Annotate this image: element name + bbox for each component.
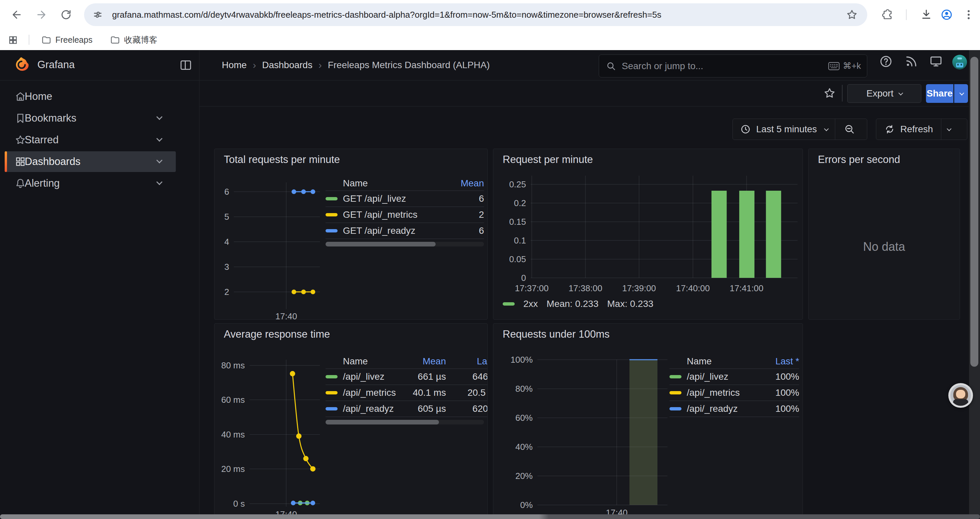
series-color-pill (670, 391, 681, 394)
sidebar-item-bookmarks[interactable]: Bookmarks (5, 108, 176, 129)
chevron-down-icon (947, 126, 951, 131)
plot-area[interactable] (538, 360, 667, 505)
series-name[interactable]: 2xx (523, 299, 538, 309)
y-axis-tick: 0.15 (493, 217, 526, 227)
y-axis-tick: 20 ms (215, 464, 245, 474)
plot-area[interactable] (234, 182, 320, 309)
chart-svg (538, 360, 667, 505)
legend-header-last[interactable]: Last * (457, 356, 488, 367)
export-button[interactable]: Export (847, 84, 921, 103)
legend-row[interactable]: /api/_livez 661 µs 646 µs (326, 369, 488, 385)
toolbar-sep (842, 85, 843, 102)
folder-icon (41, 35, 51, 45)
bookmark-label: Freeleaps (56, 35, 92, 45)
sidebar-item-label: Dashboards (25, 156, 80, 168)
chart-requests-under-100ms: 100%80%60%40%20%0%17:40 (493, 324, 803, 519)
forward-icon[interactable] (35, 9, 48, 21)
bookmark-star-icon[interactable] (846, 9, 858, 21)
panel-title[interactable]: Total requests per minute (224, 153, 340, 166)
series-last: 620 µs (457, 404, 488, 414)
grafana-app: Grafana Home Bookmarks Starred Dashboard… (0, 50, 980, 519)
series-last: 646 µs (457, 371, 488, 382)
series-color-pill (503, 302, 515, 306)
reload-icon[interactable] (60, 9, 72, 21)
legend-row[interactable]: /api/_metrics 40.1 ms 20.5 ms (326, 385, 488, 401)
series-mean: 6 (454, 193, 484, 204)
time-range-picker[interactable]: Last 5 minutes (733, 119, 835, 140)
legend-header-mean[interactable]: Mean (396, 356, 446, 367)
legend-row[interactable]: /api/_metrics 100% (670, 385, 799, 401)
refresh-button[interactable]: Refresh (876, 119, 941, 140)
plot-area[interactable] (531, 176, 797, 278)
chevron-down-icon[interactable] (156, 136, 162, 142)
zoom-out-button[interactable] (835, 119, 864, 140)
sidebar-item-alerting[interactable]: Alerting (5, 173, 176, 194)
search-input[interactable]: Search or jump to... ⌘+k (599, 54, 867, 77)
series-last: 100% (762, 387, 799, 398)
download-icon[interactable] (920, 9, 932, 21)
series-max: Max: 0.233 (607, 299, 654, 309)
site-settings-icon[interactable] (92, 9, 103, 21)
legend-row[interactable]: /api/_readyz 100% (670, 401, 799, 417)
refresh-interval-button[interactable] (941, 119, 956, 140)
legend-header-name[interactable]: Name (670, 356, 762, 367)
assistant-avatar[interactable] (948, 383, 973, 408)
breadcrumb-dashboards[interactable]: Dashboards (262, 60, 313, 70)
browser-menu-icon[interactable] (963, 9, 975, 21)
panel-title[interactable]: Requests under 100ms (503, 328, 610, 340)
brand-title[interactable]: Grafana (37, 59, 75, 71)
chevron-down-icon[interactable] (156, 157, 162, 163)
extensions-icon[interactable] (881, 9, 894, 21)
legend-scrollbar[interactable] (326, 420, 484, 425)
sidebar: Grafana Home Bookmarks Starred Dashboard… (0, 50, 199, 519)
profile-icon[interactable] (941, 9, 953, 21)
user-avatar[interactable] (951, 54, 968, 70)
legend-table: Name Mean Last * /api/_livez 661 µs 646 … (326, 355, 488, 425)
series-name: /api/_readyz (343, 404, 396, 414)
clock-icon (740, 124, 751, 134)
legend-header-name[interactable]: Name (326, 356, 396, 367)
favorite-star-icon[interactable] (823, 87, 836, 99)
legend-scroll-thumb[interactable] (326, 242, 436, 246)
address-bar[interactable]: grafana.mathmast.com/d/deytv4rwavabkb/fr… (84, 3, 867, 26)
legend-header-name[interactable]: Name (326, 178, 454, 189)
rss-icon[interactable] (905, 55, 918, 68)
monitor-icon[interactable] (929, 55, 943, 68)
chevron-down-icon (899, 91, 903, 96)
share-menu-button[interactable] (954, 84, 968, 103)
back-icon[interactable] (11, 9, 23, 21)
horizontal-scrollbar[interactable] (0, 514, 980, 519)
legend-scrollbar[interactable] (326, 242, 484, 246)
legend-row[interactable]: GET /api/_metrics 2 (326, 207, 484, 223)
legend-row[interactable]: /api/_readyz 605 µs 620 µs (326, 401, 488, 417)
collapse-sidebar-icon[interactable] (180, 59, 192, 72)
chevron-down-icon[interactable] (156, 179, 162, 185)
chevron-down-icon[interactable] (156, 114, 162, 120)
legend-header-last[interactable]: Last * (762, 356, 799, 367)
bookmark-folder-blogs[interactable]: 收藏博客 (110, 34, 158, 45)
url-text[interactable]: grafana.mathmast.com/d/deytv4rwavabkb/fr… (112, 10, 846, 20)
bookmarks-bar: Freeleaps 收藏博客 (0, 29, 980, 50)
chevron-down-icon (824, 126, 829, 131)
breadcrumb-home[interactable]: Home (222, 60, 247, 70)
plot-area[interactable] (250, 360, 320, 507)
legend-header-mean[interactable]: Mean (454, 178, 484, 189)
legend-row[interactable]: GET /api/_readyz 6 (326, 223, 484, 239)
legend-scroll-thumb[interactable] (326, 420, 439, 425)
sidebar-item-home[interactable]: Home (5, 86, 176, 107)
panel-title[interactable]: Request per minute (503, 153, 593, 166)
vertical-scrollbar-thumb[interactable] (970, 57, 978, 367)
bookmark-folder-freeleaps[interactable]: Freeleaps (41, 34, 92, 45)
apps-grid-icon[interactable] (8, 35, 18, 45)
legend-row[interactable]: /api/_livez 100% (670, 369, 799, 385)
star-icon (15, 134, 26, 145)
panel-title[interactable]: Average response time (224, 328, 330, 340)
sidebar-item-dashboards[interactable]: Dashboards (5, 151, 176, 172)
sidebar-item-starred[interactable]: Starred (5, 129, 176, 150)
search-icon (606, 61, 616, 72)
panel-title[interactable]: Errors per second (818, 153, 900, 166)
legend-row[interactable]: GET /api/_livez 6 (326, 191, 484, 207)
grafana-logo[interactable] (13, 56, 31, 74)
help-icon[interactable] (879, 55, 892, 68)
share-button[interactable]: Share (926, 84, 953, 103)
